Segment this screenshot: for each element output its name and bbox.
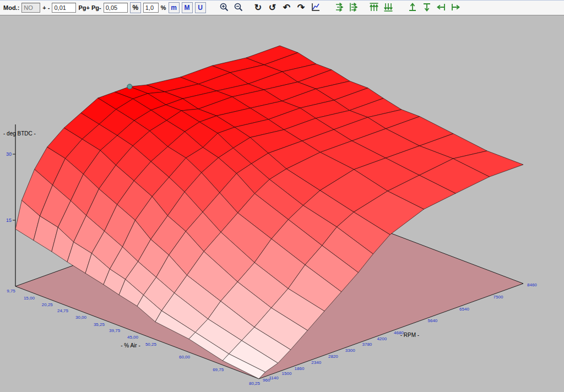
svg-text:20,25: 20,25 bbox=[42, 302, 53, 307]
svg-text:6540: 6540 bbox=[459, 307, 469, 312]
percent-mode-button[interactable]: % bbox=[130, 2, 141, 13]
svg-text:5640: 5640 bbox=[428, 318, 438, 323]
zoom-out-button[interactable] bbox=[232, 2, 245, 14]
increment-input[interactable] bbox=[52, 3, 76, 13]
rotate-back-button[interactable]: ↶ bbox=[281, 2, 293, 14]
min-button[interactable]: m bbox=[169, 2, 180, 13]
rotate-ccw-icon: ↺ bbox=[269, 3, 276, 12]
page-step-input[interactable] bbox=[104, 3, 128, 13]
apply-rows-right-button[interactable] bbox=[334, 2, 346, 14]
svg-text:15,00: 15,00 bbox=[24, 296, 35, 301]
rotate-forward-icon: ↷ bbox=[297, 3, 305, 12]
adjust-down-icon bbox=[422, 2, 432, 14]
apply-cols-up-button[interactable] bbox=[368, 2, 380, 14]
apply-cols-up-icon bbox=[369, 2, 379, 14]
adjust-left-button[interactable] bbox=[435, 2, 447, 14]
svg-text:35,25: 35,25 bbox=[94, 322, 105, 327]
rotate-ccw-button[interactable]: ↺ bbox=[267, 2, 279, 14]
map-editor-window: 3015- deg BTDC -9,7515,0020,2524,7530,00… bbox=[0, 0, 564, 392]
toolbar-separator bbox=[324, 8, 332, 8]
svg-text:7500: 7500 bbox=[494, 295, 503, 300]
svg-text:15: 15 bbox=[6, 217, 12, 223]
apply-rows-right-icon bbox=[335, 2, 345, 14]
adjust-up-button[interactable] bbox=[406, 2, 419, 14]
svg-text:45,00: 45,00 bbox=[127, 335, 139, 340]
percent-step-input[interactable] bbox=[143, 3, 159, 13]
increment-label: + - bbox=[42, 4, 50, 11]
zoom-in-icon bbox=[219, 2, 229, 14]
adjust-up-icon bbox=[408, 2, 417, 14]
toolbar: Mod.: + - Pg+ Pg- % % m M U bbox=[0, 0, 564, 15]
svg-text:1860: 1860 bbox=[295, 366, 305, 371]
toolbar-separator bbox=[247, 8, 250, 8]
mod-label: Mod.: bbox=[3, 4, 19, 11]
rotate-back-icon: ↶ bbox=[283, 3, 290, 12]
surface-plot[interactable]: 3015- deg BTDC -9,7515,0020,2524,7530,00… bbox=[0, 0, 564, 392]
rotate-cw-icon: ↻ bbox=[254, 3, 262, 12]
svg-text:4200: 4200 bbox=[377, 336, 387, 341]
toolbar-separator bbox=[362, 8, 366, 8]
zoom-in-button[interactable] bbox=[218, 2, 230, 14]
svg-text:- deg BTDC -: - deg BTDC - bbox=[3, 130, 36, 137]
svg-text:3300: 3300 bbox=[345, 348, 355, 353]
adjust-right-icon bbox=[451, 2, 460, 14]
svg-text:69,75: 69,75 bbox=[213, 367, 224, 372]
apply-rows-right-staggered-icon bbox=[349, 2, 359, 14]
adjust-left-icon bbox=[436, 2, 446, 14]
max-button[interactable]: M bbox=[182, 2, 193, 13]
percent-suffix-label: % bbox=[161, 4, 166, 11]
unit-button[interactable]: U bbox=[195, 2, 206, 13]
apply-cols-down-icon bbox=[383, 2, 393, 14]
svg-text:30: 30 bbox=[6, 151, 12, 157]
svg-text:8460: 8460 bbox=[527, 282, 537, 287]
svg-text:60,00: 60,00 bbox=[179, 355, 191, 360]
rotate-cw-button[interactable]: ↻ bbox=[252, 2, 264, 14]
graph-view-icon bbox=[311, 2, 321, 14]
graph-view-button[interactable] bbox=[310, 2, 322, 14]
adjust-right-button[interactable] bbox=[449, 2, 462, 14]
svg-text:24,75: 24,75 bbox=[57, 308, 69, 313]
svg-text:50,25: 50,25 bbox=[145, 342, 157, 347]
svg-text:80,25: 80,25 bbox=[249, 381, 261, 386]
apply-rows-right-staggered-button[interactable] bbox=[348, 2, 360, 14]
svg-text:- RPM -: - RPM - bbox=[400, 332, 419, 338]
mod-input[interactable] bbox=[21, 3, 40, 13]
apply-cols-down-button[interactable] bbox=[382, 2, 394, 14]
toolbar-separator bbox=[397, 8, 404, 8]
page-step-label: Pg+ Pg- bbox=[78, 4, 101, 11]
svg-text:- % Air -: - % Air - bbox=[121, 342, 140, 349]
svg-text:2340: 2340 bbox=[311, 360, 321, 365]
svg-text:2820: 2820 bbox=[328, 354, 338, 359]
svg-text:30,00: 30,00 bbox=[75, 315, 87, 320]
svg-text:3780: 3780 bbox=[362, 342, 372, 347]
toolbar-separator bbox=[208, 8, 216, 8]
adjust-down-button[interactable] bbox=[421, 2, 433, 14]
svg-text:39,75: 39,75 bbox=[109, 328, 121, 333]
svg-text:1500: 1500 bbox=[282, 371, 292, 376]
svg-text:9,75: 9,75 bbox=[7, 288, 15, 293]
zoom-out-icon bbox=[234, 2, 243, 14]
rotate-forward-button[interactable]: ↷ bbox=[295, 2, 307, 14]
svg-text:1140: 1140 bbox=[269, 375, 279, 380]
